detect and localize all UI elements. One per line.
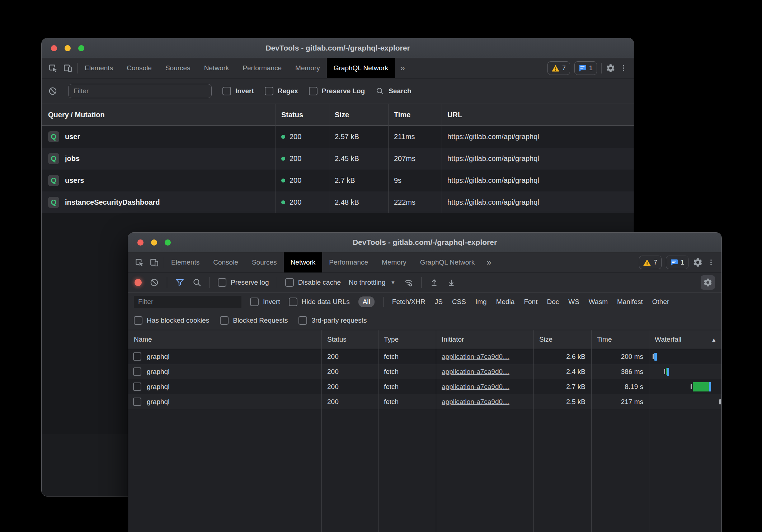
regex-checkbox[interactable] — [265, 87, 273, 95]
settings-gear-icon[interactable] — [606, 63, 615, 73]
tab-sources[interactable]: Sources — [245, 252, 284, 272]
preserve-log-checkbox-group[interactable]: Preserve log — [218, 278, 269, 287]
search-icon[interactable] — [192, 278, 202, 287]
tab-console[interactable]: Console — [206, 252, 245, 272]
filter-funnel-icon[interactable] — [175, 278, 184, 287]
third-party-requests-checkbox-group[interactable]: 3rd-party requests — [298, 316, 367, 325]
zoom-button[interactable] — [78, 45, 84, 51]
close-button[interactable] — [137, 239, 144, 246]
row-checkbox[interactable] — [133, 367, 141, 376]
initiator-link[interactable]: application-a7ca9d0… — [442, 353, 509, 361]
preserve-log-checkbox[interactable] — [218, 278, 226, 287]
filter-chip-js[interactable]: JS — [435, 298, 443, 306]
settings-gear-icon[interactable] — [693, 257, 703, 267]
table-row[interactable]: graphql 200 fetch application-a7ca9d0… 2… — [128, 394, 721, 409]
table-row[interactable]: Qjobs 200 2.45 kB 207ms https://gitlab.c… — [42, 148, 634, 170]
more-tabs-icon[interactable]: » — [395, 58, 410, 78]
filter-chip-css[interactable]: CSS — [452, 298, 466, 306]
initiator-link[interactable]: application-a7ca9d0… — [442, 368, 509, 376]
column-header-type[interactable]: Type — [378, 330, 436, 349]
filter-chip-img[interactable]: Img — [475, 298, 487, 306]
warnings-badge[interactable]: 7 — [547, 61, 570, 75]
table-row[interactable]: QinstanceSecurityDashboard 200 2.48 kB 2… — [42, 191, 634, 213]
column-header-name[interactable]: Name — [128, 330, 321, 349]
has-blocked-cookies-checkbox[interactable] — [134, 316, 142, 325]
zoom-button[interactable] — [165, 239, 171, 246]
row-checkbox[interactable] — [133, 352, 141, 361]
regex-checkbox-group[interactable]: Regex — [265, 87, 298, 95]
inspect-element-icon[interactable] — [135, 258, 144, 267]
network-settings-gear-icon[interactable] — [701, 275, 715, 290]
tab-elements[interactable]: Elements — [164, 252, 206, 272]
column-header-query-mutation[interactable]: Query / Mutation — [42, 104, 276, 125]
filter-chip-fetch-xhr[interactable]: Fetch/XHR — [392, 298, 425, 306]
preserve-log-checkbox-group[interactable]: Preserve Log — [309, 87, 365, 95]
tab-performance[interactable]: Performance — [236, 58, 288, 78]
tab-graphql-network[interactable]: GraphQL Network — [327, 58, 395, 78]
blocked-requests-checkbox[interactable] — [220, 316, 229, 325]
table-row[interactable]: Quser 200 2.57 kB 211ms https://gitlab.c… — [42, 126, 634, 148]
warnings-badge[interactable]: 7 — [639, 256, 662, 269]
table-row[interactable]: graphql 200 fetch application-a7ca9d0… 2… — [128, 379, 721, 394]
filter-input[interactable] — [68, 84, 212, 98]
column-header-time[interactable]: Time — [388, 104, 442, 125]
filter-chip-manifest[interactable]: Manifest — [617, 298, 643, 306]
table-row[interactable]: Qusers 200 2.7 kB 9s https://gitlab.com/… — [42, 170, 634, 191]
kebab-menu-icon[interactable] — [707, 258, 715, 266]
column-header-initiator[interactable]: Initiator — [436, 330, 533, 349]
disable-cache-checkbox[interactable] — [285, 278, 294, 287]
invert-checkbox-group[interactable]: Invert — [222, 87, 254, 95]
export-har-icon[interactable] — [447, 278, 456, 287]
tab-sources[interactable]: Sources — [159, 58, 197, 78]
initiator-link[interactable]: application-a7ca9d0… — [442, 383, 509, 391]
tab-performance[interactable]: Performance — [322, 252, 375, 272]
clear-icon[interactable] — [150, 278, 159, 287]
preserve-log-checkbox[interactable] — [309, 87, 318, 95]
column-header-size[interactable]: Size — [329, 104, 388, 125]
row-checkbox[interactable] — [133, 398, 141, 406]
hide-data-urls-checkbox[interactable] — [289, 298, 297, 306]
minimize-button[interactable] — [65, 45, 71, 51]
filter-chip-all[interactable]: All — [358, 296, 375, 307]
issues-badge[interactable]: 1 — [666, 256, 688, 269]
import-har-icon[interactable] — [429, 278, 439, 287]
table-row[interactable]: graphql 200 fetch application-a7ca9d0… 2… — [128, 364, 721, 379]
column-header-waterfall[interactable]: Waterfall ▲ — [649, 330, 721, 349]
column-header-status[interactable]: Status — [276, 104, 329, 125]
initiator-link[interactable]: application-a7ca9d0… — [442, 398, 509, 406]
tab-network[interactable]: Network — [284, 252, 323, 272]
tab-memory[interactable]: Memory — [375, 252, 413, 272]
column-header-status[interactable]: Status — [321, 330, 378, 349]
third-party-requests-checkbox[interactable] — [298, 316, 307, 325]
filter-chip-other[interactable]: Other — [652, 298, 669, 306]
tab-network[interactable]: Network — [197, 58, 236, 78]
more-tabs-icon[interactable]: » — [481, 252, 496, 272]
device-toolbar-icon[interactable] — [63, 63, 72, 73]
column-header-time[interactable]: Time — [591, 330, 649, 349]
has-blocked-cookies-checkbox-group[interactable]: Has blocked cookies — [134, 316, 209, 325]
tab-graphql-network[interactable]: GraphQL Network — [413, 252, 481, 272]
column-header-size[interactable]: Size — [533, 330, 591, 349]
search-button[interactable]: Search — [376, 87, 411, 95]
filter-chip-doc[interactable]: Doc — [547, 298, 559, 306]
throttling-dropdown[interactable]: No throttling ▼ — [349, 279, 395, 286]
table-row[interactable]: graphql 200 fetch application-a7ca9d0… 2… — [128, 349, 721, 364]
inspect-element-icon[interactable] — [48, 63, 57, 73]
network-conditions-icon[interactable] — [403, 277, 413, 288]
hide-data-urls-checkbox-group[interactable]: Hide data URLs — [289, 298, 350, 306]
row-checkbox[interactable] — [133, 383, 141, 391]
invert-checkbox-group[interactable]: Invert — [250, 298, 280, 306]
tab-console[interactable]: Console — [120, 58, 159, 78]
minimize-button[interactable] — [151, 239, 157, 246]
issues-badge[interactable]: 1 — [574, 61, 597, 75]
filter-chip-font[interactable]: Font — [524, 298, 537, 306]
device-toolbar-icon[interactable] — [150, 258, 159, 267]
kebab-menu-icon[interactable] — [620, 64, 627, 72]
tab-elements[interactable]: Elements — [78, 58, 120, 78]
invert-checkbox[interactable] — [222, 87, 231, 95]
close-button[interactable] — [51, 45, 57, 51]
invert-checkbox[interactable] — [250, 298, 259, 306]
filter-chip-media[interactable]: Media — [496, 298, 515, 306]
filter-chip-wasm[interactable]: Wasm — [589, 298, 608, 306]
filter-chip-ws[interactable]: WS — [568, 298, 579, 306]
